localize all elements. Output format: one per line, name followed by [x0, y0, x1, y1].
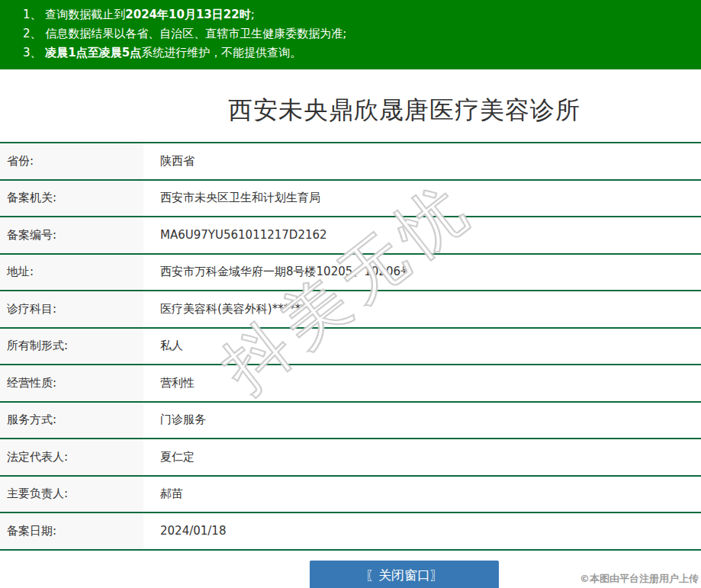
close-window-button[interactable]: 〖关闭窗口〗 — [310, 561, 499, 588]
row-label: 服务方式: — [0, 403, 143, 439]
row-label: 诊疗科目: — [0, 291, 143, 327]
notice-text: ; — [251, 8, 255, 21]
page-title: 西安未央鼎欣晟唐医疗美容诊所 — [0, 95, 701, 124]
row-value: 营利性 — [143, 376, 701, 390]
notice-text: 3、 — [23, 46, 45, 59]
row-label: 备案编号: — [0, 217, 143, 253]
content-wrapper: 西安未央鼎欣晟唐医疗美容诊所 省份: 陕西省 备案机关: 西安市未央区卫生和计划… — [0, 95, 701, 588]
row-value: 私人 — [143, 339, 701, 353]
table-row: 法定代表人: 夏仁定 — [0, 439, 701, 477]
notice-line: 1、 查询数据截止到2024年10月13日22时; — [23, 5, 693, 24]
notice-text: 系统进行维护，不能提供查询。 — [141, 46, 301, 59]
table-row: 主要负责人: 郝苗 — [0, 477, 701, 514]
table-row: 经营性质: 营利性 — [0, 365, 701, 403]
table-row: 备案编号: MA6U97YU561011217D2162 — [0, 217, 701, 255]
row-value: 医疗美容科(美容外科)****** — [143, 302, 701, 316]
notice-banner: 1、 查询数据截止到2024年10月13日22时; 2、 信息数据结果以各省、自… — [0, 0, 701, 69]
attribution-text: ©本图由平台注册用户上传 — [580, 572, 699, 586]
row-value: 西安市万科金域华府一期8号楼10205、10206号 — [143, 265, 701, 279]
table-row: 备案日期: 2024/01/18 — [0, 513, 701, 551]
table-row: 备案机关: 西安市未央区卫生和计划生育局 — [0, 181, 701, 218]
row-value: 夏仁定 — [143, 450, 701, 464]
table-row: 服务方式: 门诊服务 — [0, 403, 701, 440]
row-label: 所有制形式: — [0, 329, 143, 365]
row-label: 法定代表人: — [0, 439, 143, 475]
notice-text: 2、 信息数据结果以各省、自治区、直辖市卫生健康委数据为准; — [23, 27, 346, 40]
table-row: 省份: 陕西省 — [0, 143, 701, 181]
record-table: 省份: 陕西省 备案机关: 西安市未央区卫生和计划生育局 备案编号: MA6U9… — [0, 142, 701, 551]
row-value: 2024/01/18 — [143, 524, 701, 538]
row-value: 门诊服务 — [143, 413, 701, 427]
row-value: MA6U97YU561011217D2162 — [143, 228, 701, 242]
row-label: 主要负责人: — [0, 477, 143, 512]
notice-bold-text: 凌晨1点至凌晨5点 — [45, 46, 141, 59]
notice-line: 2、 信息数据结果以各省、自治区、直辖市卫生健康委数据为准; — [23, 24, 693, 43]
notice-line: 3、 凌晨1点至凌晨5点系统进行维护，不能提供查询。 — [23, 43, 693, 63]
notice-bold-text: 2024年10月13日22时 — [125, 8, 250, 21]
row-label: 经营性质: — [0, 365, 143, 401]
table-row: 诊疗科目: 医疗美容科(美容外科)****** — [0, 291, 701, 329]
row-label: 省份: — [0, 143, 143, 179]
row-label: 备案机关: — [0, 181, 143, 217]
row-label: 备案日期: — [0, 513, 143, 549]
row-label: 地址: — [0, 255, 143, 291]
table-row: 地址: 西安市万科金域华府一期8号楼10205、10206号 — [0, 255, 701, 292]
notice-text: 1、 查询数据截止到 — [23, 8, 125, 21]
table-row: 所有制形式: 私人 — [0, 329, 701, 366]
row-value: 郝苗 — [143, 487, 701, 501]
row-value: 西安市未央区卫生和计划生育局 — [143, 191, 701, 205]
row-value: 陕西省 — [143, 154, 701, 169]
